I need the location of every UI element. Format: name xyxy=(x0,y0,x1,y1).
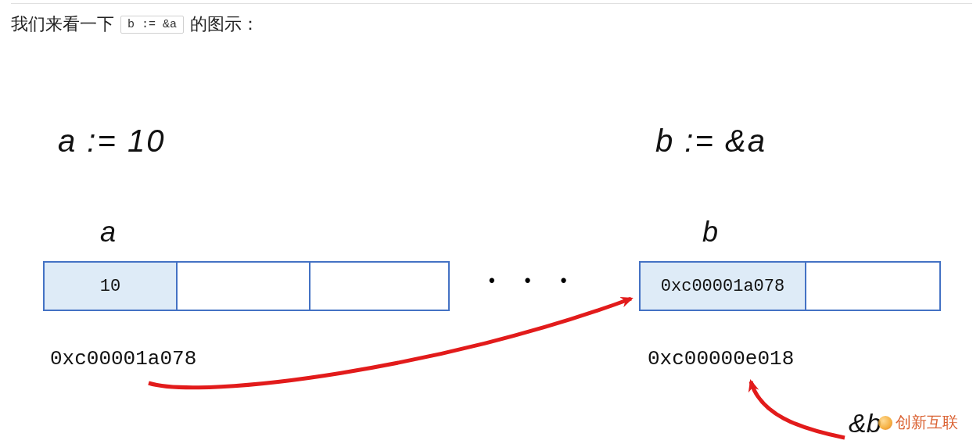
caption-before: 我们来看一下 xyxy=(11,13,114,36)
memory-cell-a-1 xyxy=(178,261,311,311)
address-a: 0xc00001a078 xyxy=(50,347,196,371)
arrow-ampb-to-addr xyxy=(751,381,845,438)
arrow-a-to-b xyxy=(149,299,631,388)
memory-cell-a-2 xyxy=(311,261,450,311)
memory-cell-b-0: 0xc00001a078 xyxy=(639,261,806,311)
ellipsis-dots: • • • xyxy=(489,270,579,291)
amp-b-label: &b xyxy=(849,408,881,439)
memory-cell-b-1 xyxy=(806,261,941,311)
memory-block-b: 0xc00001a078 xyxy=(639,261,941,311)
var-label-b: b xyxy=(702,216,718,249)
address-b: 0xc00000e018 xyxy=(648,347,794,371)
watermark: 创新互联 xyxy=(878,412,958,433)
memory-cell-a-0: 10 xyxy=(43,261,178,311)
top-rule xyxy=(11,3,972,4)
caption-line: 我们来看一下 b := &a 的图示： xyxy=(11,13,259,36)
diagram-arrows xyxy=(0,0,980,444)
watermark-text: 创新互联 xyxy=(896,414,958,431)
memory-block-a: 10 xyxy=(43,261,450,311)
declaration-a: a := 10 xyxy=(58,124,165,159)
var-label-a: a xyxy=(100,216,116,249)
declaration-b: b := &a xyxy=(655,124,766,159)
caption-code: b := &a xyxy=(120,16,184,34)
caption-after: 的图示： xyxy=(190,13,259,36)
